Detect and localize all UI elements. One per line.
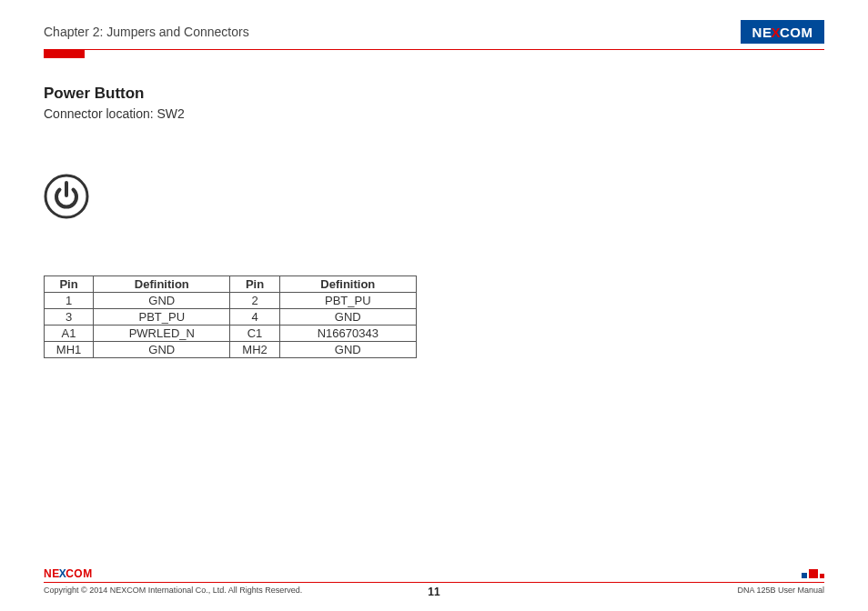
cell: GND [94,342,230,358]
cell: 3 [45,309,94,326]
cell: MH2 [230,342,279,358]
table-row: A1 PWRLED_N C1 N16670343 [45,326,417,342]
col-pin-1: Pin [45,276,94,293]
section-subtitle: Connector location: SW2 [44,106,824,121]
square-red-small [820,574,824,578]
table-row: 1 GND 2 PBT_PU [45,293,417,309]
col-pin-2: Pin [230,276,279,293]
footer-decor-squares [802,569,824,578]
logo-text-left: NE [752,25,772,40]
chapter-title: Chapter 2: Jumpers and Connectors [44,25,249,39]
footer-rule [44,582,824,583]
cell: 4 [230,309,279,326]
header-rule [44,49,824,50]
cell: C1 [230,326,279,342]
section-title: Power Button [44,85,824,103]
cell: 1 [45,293,94,309]
logo-text-left: NE [44,567,60,580]
header-rule-accent [44,49,85,58]
logo-text-right: COM [66,567,93,580]
cell: PBT_PU [279,293,416,309]
cell: PWRLED_N [94,326,230,342]
cell: GND [279,342,416,358]
nexcom-logo-bottom: NE X COM [44,567,93,580]
cell: GND [94,293,230,309]
cell: PBT_PU [94,309,230,326]
square-blue [802,573,807,578]
cell: 2 [230,293,279,309]
table-header-row: Pin Definition Pin Definition [45,276,417,293]
col-def-2: Definition [279,276,416,293]
col-def-1: Definition [94,276,230,293]
power-icon [44,174,89,219]
page-number: 11 [428,586,439,598]
cell: GND [279,309,416,326]
cell: MH1 [45,342,94,358]
square-red [809,569,818,578]
table-row: MH1 GND MH2 GND [45,342,417,358]
footer-copyright: Copyright © 2014 NEXCOM International Co… [44,586,434,595]
pin-definition-table: Pin Definition Pin Definition 1 GND 2 PB… [44,275,417,358]
logo-text-right: COM [780,25,813,40]
table-row: 3 PBT_PU 4 GND [45,309,417,326]
cell: A1 [45,326,94,342]
nexcom-logo-top: NE X COM [741,20,824,44]
footer-manual: DNA 125B User Manual [434,586,824,595]
cell: N16670343 [279,326,416,342]
